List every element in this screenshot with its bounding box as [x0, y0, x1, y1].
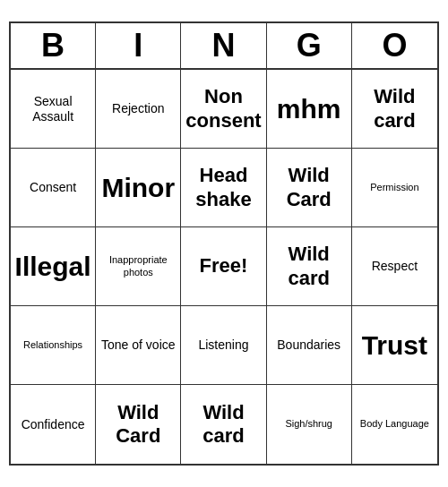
bingo-cell: Head shake — [181, 149, 266, 227]
bingo-cell: Wild card — [181, 385, 266, 464]
header-letter: O — [352, 23, 437, 68]
bingo-cell: Respect — [352, 227, 437, 306]
bingo-cell: Sexual Assault — [11, 70, 96, 149]
bingo-cell: Wild Card — [96, 385, 181, 464]
bingo-cell: Minor — [96, 149, 181, 227]
bingo-cell: Free! — [181, 227, 266, 306]
bingo-cell: Wild Card — [267, 149, 352, 227]
bingo-cell: mhm — [267, 70, 352, 149]
bingo-cell: Rejection — [96, 70, 181, 149]
header-letter: B — [11, 23, 96, 68]
header-letter: N — [181, 23, 266, 68]
bingo-cell: Non consent — [181, 70, 266, 149]
bingo-cell: Inappropriate photos — [96, 227, 181, 306]
bingo-cell: Wild card — [352, 70, 437, 149]
bingo-cell: Wild card — [267, 227, 352, 306]
bingo-grid: Sexual AssaultRejectionNon consentmhmWil… — [11, 70, 437, 464]
header-letter: G — [267, 23, 352, 68]
bingo-cell: Illegal — [11, 227, 96, 306]
bingo-header: BINGO — [11, 23, 437, 70]
header-letter: I — [96, 23, 181, 68]
bingo-card: BINGO Sexual AssaultRejectionNon consent… — [9, 21, 439, 466]
bingo-cell: Boundaries — [267, 306, 352, 385]
bingo-cell: Trust — [352, 306, 437, 385]
bingo-cell: Body Language — [352, 385, 437, 464]
bingo-cell: Listening — [181, 306, 266, 385]
bingo-cell: Sigh/shrug — [267, 385, 352, 464]
bingo-cell: Consent — [11, 149, 96, 227]
bingo-cell: Permission — [352, 149, 437, 227]
bingo-cell: Confidence — [11, 385, 96, 464]
bingo-cell: Relationships — [11, 306, 96, 385]
bingo-cell: Tone of voice — [96, 306, 181, 385]
